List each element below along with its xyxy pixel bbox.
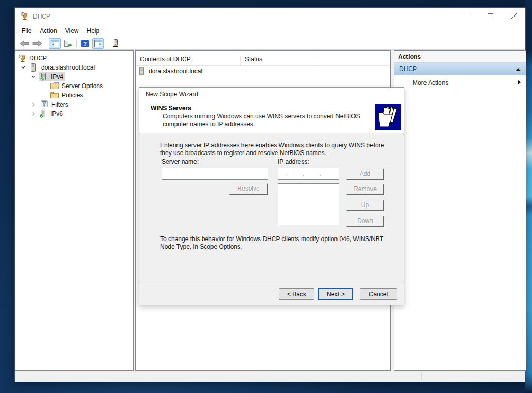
wizard-folders-icon: [375, 104, 401, 130]
show-console-tree-icon[interactable]: [49, 38, 61, 49]
minimize-button[interactable]: [456, 8, 479, 25]
down-button[interactable]: Down: [346, 216, 384, 227]
expanded-chevron-icon[interactable]: [30, 74, 37, 80]
menu-bar: File Action View Help: [15, 25, 525, 37]
status-bar: [15, 371, 525, 382]
server-name-label: Server name:: [162, 158, 199, 165]
server-name-input[interactable]: [162, 168, 268, 180]
ip-octet-dot: .: [278, 170, 295, 178]
tree-label: DHCP: [29, 55, 47, 62]
list-item-label: dora.slashroot.local: [149, 67, 202, 75]
forward-icon[interactable]: [31, 38, 43, 49]
tree-label: IPv6: [50, 110, 63, 117]
wins-server-listbox[interactable]: [278, 183, 339, 225]
back-icon[interactable]: [19, 38, 30, 49]
toolbar: ?: [15, 37, 525, 50]
actions-pane: Actions DHCP More Actions: [394, 50, 526, 371]
tree-label: Filters: [51, 101, 68, 108]
window-title: DHCP: [33, 13, 50, 20]
menu-help[interactable]: Help: [83, 26, 104, 36]
wizard-intro-text: Entering server IP addresses here enable…: [160, 142, 393, 157]
export-list-icon[interactable]: [62, 38, 74, 49]
list-header: Contents of DHCP Status: [136, 51, 390, 66]
actions-pane-title: Actions: [394, 51, 526, 63]
menu-file[interactable]: File: [17, 26, 36, 36]
tree-label: Policies: [62, 92, 83, 99]
console-tree-pane: DHCP dora.slashroot.local: [15, 50, 134, 371]
toolbar-separator: [76, 39, 77, 47]
submenu-arrow-icon: [518, 79, 521, 87]
wizard-note-text: To change this behavior for Windows DHCP…: [160, 235, 391, 251]
server-icon: [30, 63, 39, 72]
wizard-body: Entering server IP addresses here enable…: [139, 133, 404, 281]
tree-label: Server Options: [62, 82, 103, 90]
folder-policies-icon: [50, 91, 59, 99]
server-check-icon: [40, 73, 48, 81]
tree-item-policies[interactable]: Policies: [15, 91, 133, 100]
list-item-server[interactable]: dora.slashroot.local: [136, 66, 390, 76]
remove-button[interactable]: Remove: [346, 184, 384, 195]
back-button[interactable]: < Back: [279, 288, 314, 300]
actions-group-label: DHCP: [399, 65, 417, 73]
ip-address-label: IP address:: [278, 158, 309, 165]
actions-item-more-actions[interactable]: More Actions: [394, 77, 526, 89]
close-button[interactable]: [502, 8, 525, 25]
maximize-button[interactable]: [479, 8, 502, 25]
tree-label: IPv4: [51, 73, 63, 80]
help-icon[interactable]: ?: [79, 38, 91, 49]
tree-item-dhcp-root[interactable]: DHCP: [15, 54, 133, 63]
title-bar: DHCP: [15, 8, 525, 25]
tree-item-server[interactable]: dora.slashroot.local: [15, 63, 133, 72]
tree-item-ipv6[interactable]: IPv6: [15, 109, 133, 118]
wizard-heading: WINS Servers: [151, 105, 191, 112]
show-action-pane-icon[interactable]: [92, 38, 104, 49]
toolbar-separator: [107, 39, 107, 47]
tree-label: dora.slashroot.local: [41, 64, 95, 71]
selected-highlight: IPv4: [39, 72, 65, 81]
wizard-description: Computers running Windows can use WINS s…: [163, 113, 366, 128]
add-button[interactable]: Add: [346, 168, 384, 180]
actions-group-dhcp[interactable]: DHCP: [394, 63, 526, 75]
dhcp-root-icon: [18, 54, 27, 62]
menu-action[interactable]: Action: [36, 26, 61, 36]
ip-octet-dot: .: [295, 170, 312, 178]
server-statistics-icon[interactable]: [110, 38, 121, 49]
folder-server-options-icon: [50, 82, 59, 90]
up-button[interactable]: Up: [346, 200, 384, 211]
collapsed-chevron-icon[interactable]: [30, 101, 37, 108]
column-status[interactable]: Status: [241, 56, 316, 65]
ip-octet-dot: .: [312, 170, 329, 178]
more-actions-label: More Actions: [413, 79, 448, 87]
filter-icon: [40, 100, 49, 109]
dialog-title: New Scope Wizard: [139, 88, 404, 101]
expanded-chevron-icon[interactable]: [20, 64, 26, 71]
dhcp-app-icon: [20, 12, 29, 21]
collapsed-chevron-icon[interactable]: [30, 111, 37, 117]
menu-view[interactable]: View: [61, 26, 83, 36]
tree-item-ipv4[interactable]: IPv4: [15, 72, 133, 81]
column-contents-of-dhcp[interactable]: Contents of DHCP: [136, 56, 241, 65]
ip-address-input[interactable]: . . .: [278, 168, 339, 180]
toolbar-separator: [46, 39, 46, 47]
tree-item-filters[interactable]: Filters: [15, 100, 133, 109]
wizard-header: WINS Servers Computers running Windows c…: [139, 101, 404, 133]
server-icon: [138, 67, 147, 75]
new-scope-wizard-dialog: New Scope Wizard WINS Servers Computers …: [139, 87, 404, 305]
collapse-caret-icon[interactable]: [516, 65, 521, 73]
resolve-button[interactable]: Resolve: [229, 183, 268, 195]
status-bar-separator: [421, 373, 422, 380]
cancel-button[interactable]: Cancel: [360, 288, 397, 300]
status-bar-separator: [491, 373, 491, 380]
tree-item-server-options[interactable]: Server Options: [15, 81, 133, 91]
next-button[interactable]: Next >: [318, 288, 353, 300]
svg-text:?: ?: [83, 40, 87, 46]
wizard-button-row: < Back Next > Cancel: [139, 281, 404, 305]
server-check-icon: [39, 110, 48, 118]
